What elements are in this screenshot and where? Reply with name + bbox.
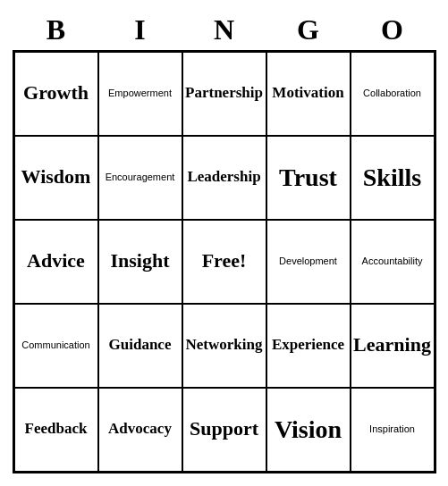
- cell-text-20: Feedback: [25, 420, 88, 438]
- cell-7: Leadership: [182, 136, 266, 220]
- cell-1: Empowerment: [98, 52, 182, 136]
- cell-text-24: Inspiration: [369, 423, 415, 435]
- cell-0: Growth: [14, 52, 98, 136]
- cell-8: Trust: [266, 136, 351, 220]
- cell-20: Feedback: [14, 388, 98, 472]
- header-letter-I: I: [98, 13, 182, 46]
- cell-text-14: Accountability: [362, 256, 423, 267]
- cell-text-4: Collaboration: [363, 88, 421, 99]
- cell-13: Development: [266, 220, 351, 304]
- cell-text-23: Vision: [275, 415, 342, 445]
- cell-text-8: Trust: [279, 163, 337, 193]
- cell-text-7: Leadership: [187, 168, 260, 186]
- cell-text-3: Motivation: [272, 84, 343, 102]
- cell-15: Communication: [14, 304, 98, 388]
- cell-22: Support: [182, 388, 266, 472]
- cell-5: Wisdom: [14, 136, 98, 220]
- cell-text-2: Partnership: [185, 84, 263, 102]
- cell-text-19: Learning: [353, 333, 431, 356]
- cell-12: Free!: [182, 220, 266, 304]
- cell-text-12: Free!: [202, 249, 247, 272]
- cell-text-5: Wisdom: [21, 165, 91, 189]
- cell-23: Vision: [266, 388, 351, 472]
- cell-6: Encouragement: [98, 136, 182, 220]
- cell-text-9: Skills: [363, 163, 421, 193]
- cell-text-11: Insight: [110, 249, 169, 272]
- header-letter-B: B: [14, 13, 98, 46]
- cell-18: Experience: [266, 304, 351, 388]
- cell-14: Accountability: [351, 220, 435, 304]
- cell-text-10: Advice: [27, 249, 85, 272]
- bingo-header: BINGO: [14, 13, 435, 46]
- cell-3: Motivation: [266, 52, 351, 136]
- cell-text-17: Networking: [186, 336, 263, 354]
- cell-16: Guidance: [98, 304, 182, 388]
- cell-9: Skills: [351, 136, 435, 220]
- cell-21: Advocacy: [98, 388, 182, 472]
- cell-text-21: Advocacy: [108, 420, 172, 438]
- bingo-card: BINGO GrowthEmpowermentPartnershipMotiva…: [4, 4, 445, 482]
- cell-text-0: Growth: [23, 81, 89, 105]
- cell-24: Inspiration: [351, 388, 435, 472]
- cell-text-22: Support: [190, 417, 258, 440]
- header-letter-N: N: [182, 13, 266, 46]
- cell-19: Learning: [351, 304, 435, 388]
- bingo-grid: GrowthEmpowermentPartnershipMotivationCo…: [13, 50, 436, 473]
- cell-text-15: Communication: [21, 339, 89, 351]
- cell-text-16: Guidance: [109, 336, 172, 354]
- header-letter-G: G: [266, 13, 351, 46]
- cell-text-13: Development: [279, 256, 337, 267]
- cell-text-6: Encouragement: [106, 172, 175, 183]
- cell-text-1: Empowerment: [108, 88, 172, 99]
- cell-text-18: Experience: [272, 336, 344, 354]
- cell-11: Insight: [98, 220, 182, 304]
- cell-17: Networking: [182, 304, 266, 388]
- cell-4: Collaboration: [351, 52, 435, 136]
- cell-2: Partnership: [182, 52, 266, 136]
- cell-10: Advice: [14, 220, 98, 304]
- header-letter-O: O: [351, 13, 435, 46]
